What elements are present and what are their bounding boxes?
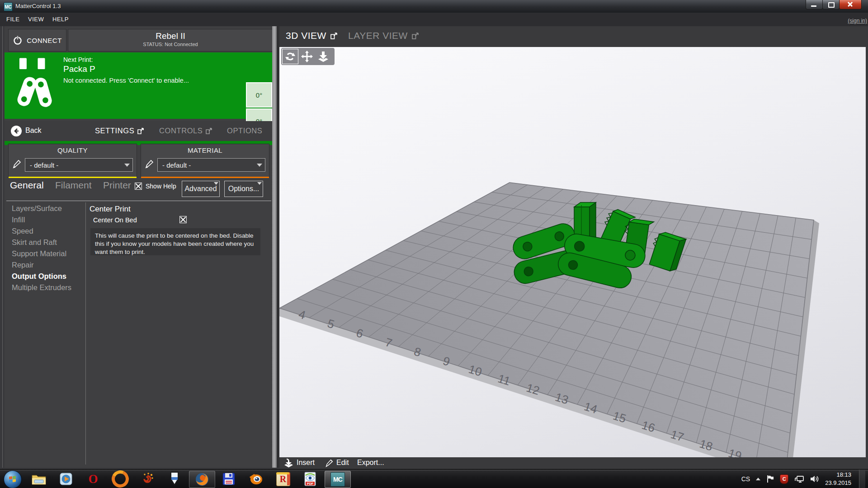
- volume-icon[interactable]: [810, 475, 819, 483]
- chevron-down-icon: [124, 164, 130, 167]
- sidebar-item-skirt-raft[interactable]: Skirt and Raft: [12, 238, 84, 249]
- repetier-cube-icon: R: [276, 472, 290, 486]
- floppy-disk-icon: [222, 472, 236, 486]
- tab-general[interactable]: General: [10, 180, 44, 191]
- edit-pencil-icon[interactable]: [12, 159, 21, 169]
- connect-button[interactable]: CONNECT: [8, 29, 66, 52]
- category-divider: [85, 202, 86, 465]
- checkbox-checked-icon: [179, 216, 187, 223]
- tabs-separator: [6, 201, 271, 201]
- hidden-icons-button[interactable]: [756, 478, 760, 480]
- system-tray: CS C 18:13 23.9.2015: [741, 469, 868, 488]
- view-3d-panel: 3D VIEW LAYER VIEW: [279, 26, 866, 469]
- maximize-button[interactable]: [822, 0, 840, 9]
- next-print-name: Packa P: [63, 64, 95, 74]
- sidebar-item-layers-surface[interactable]: Layers/Surface: [12, 204, 84, 216]
- taskbar-app-media-player[interactable]: [53, 471, 79, 487]
- tab-options[interactable]: OPTIONS: [227, 127, 262, 135]
- panel-splitter[interactable]: [272, 26, 277, 468]
- window-title: MatterControl 1.3: [15, 3, 61, 9]
- checkbox-checked-icon: [135, 183, 142, 190]
- sidebar-item-infill[interactable]: Infill: [12, 216, 84, 227]
- tab-layer-view[interactable]: LAYER VIEW: [348, 30, 419, 41]
- center-on-bed-checkbox[interactable]: [179, 216, 187, 225]
- show-help-checkbox[interactable]: [135, 183, 142, 192]
- menu-view[interactable]: VIEW: [28, 16, 44, 23]
- menu-file[interactable]: FILE: [6, 16, 19, 23]
- printer-panel: CONNECT Rebel II STATUS: Not Connected: [5, 26, 272, 468]
- edit-pencil-icon[interactable]: [145, 159, 154, 169]
- extruder-temp-indicator[interactable]: 0°: [246, 82, 272, 108]
- taskbar-app-ring[interactable]: [108, 471, 133, 487]
- taskbar-app-image-viewer[interactable]: [135, 471, 160, 487]
- material-preset: MATERIAL - default -: [141, 144, 269, 177]
- clock[interactable]: 18:13 23.9.2015: [825, 471, 851, 487]
- insert-button[interactable]: Insert: [297, 459, 315, 467]
- scene-3d[interactable]: 4567891011121314151617181920: [279, 47, 866, 457]
- external-link-icon: [412, 33, 419, 39]
- close-button[interactable]: [839, 0, 862, 9]
- taskbar-app-firefox[interactable]: [189, 471, 215, 488]
- printer-selector[interactable]: Rebel II STATUS: Not Connected: [68, 29, 273, 52]
- mattercontrol-icon: MC: [330, 472, 345, 487]
- minimize-button[interactable]: [806, 0, 823, 9]
- tab-settings[interactable]: SETTINGS: [95, 127, 144, 135]
- scale-tool-button[interactable]: [316, 49, 331, 64]
- material-dropdown[interactable]: - default -: [157, 158, 265, 172]
- move-tool-button[interactable]: [299, 49, 315, 64]
- sidebar-item-multiple-extruders[interactable]: Multiple Extruders: [12, 283, 84, 295]
- tab-3d-view[interactable]: 3D VIEW: [286, 30, 338, 41]
- export-button[interactable]: Export...: [357, 459, 384, 467]
- setting-group-title: Center Print: [90, 205, 131, 214]
- sidebar-item-repair[interactable]: Repair: [12, 261, 84, 272]
- title-bar: MC MatterControl 1.3: [0, 0, 868, 13]
- sidebar-item-output-options[interactable]: Output Options: [12, 272, 84, 283]
- start-button[interactable]: [4, 470, 22, 488]
- taskbar-app-floppy[interactable]: [216, 471, 241, 487]
- next-print-panel: Next Print: Packa P Not connected. Press…: [5, 52, 272, 119]
- taskbar-app-blender[interactable]: [243, 471, 269, 487]
- dropdown-corner-icon: [214, 182, 218, 185]
- insert-icon[interactable]: [284, 458, 296, 468]
- antivirus-shield-icon[interactable]: C: [780, 474, 788, 484]
- show-desktop-button[interactable]: [859, 469, 865, 488]
- back-button[interactable]: [11, 126, 22, 136]
- taskbar-app-mattercontrol[interactable]: MC: [325, 471, 351, 488]
- firefox-icon: [195, 472, 209, 487]
- edit-button[interactable]: Edit: [336, 459, 349, 467]
- show-help-label[interactable]: Show Help: [146, 183, 176, 190]
- external-link-icon: [137, 128, 144, 134]
- part-thumbnail-icon: [13, 56, 56, 110]
- taskbar-app-pdf-viewer[interactable]: PDF: [297, 471, 323, 487]
- network-icon[interactable]: [794, 475, 804, 483]
- window-border-left: [2, 26, 3, 468]
- options-button[interactable]: Options...: [224, 181, 263, 197]
- taskbar-app-repetier[interactable]: R: [270, 471, 296, 487]
- advanced-button[interactable]: Advanced: [182, 181, 220, 197]
- sidebar-item-support[interactable]: Support Material: [12, 249, 84, 261]
- quality-preset: QUALITY - default -: [8, 144, 137, 177]
- dropdown-corner-icon: [257, 182, 262, 185]
- rotate-icon: [285, 51, 296, 62]
- menu-help[interactable]: HELP: [52, 16, 69, 23]
- sign-in-link[interactable]: (sign in): [848, 18, 867, 24]
- taskbar-app-windows-explorer[interactable]: [26, 471, 52, 487]
- connection-message: Not connected. Press 'Connect' to enable…: [63, 77, 189, 84]
- external-link-icon: [206, 128, 212, 134]
- taskbar-app-opera[interactable]: O: [80, 471, 106, 487]
- tab-filament[interactable]: Filament: [55, 180, 92, 191]
- rotate-tool-button[interactable]: [282, 49, 298, 64]
- action-center-flag-icon[interactable]: [766, 475, 774, 483]
- edit-pencil-icon[interactable]: [325, 459, 334, 468]
- sidebar-item-speed[interactable]: Speed: [12, 227, 84, 238]
- language-indicator[interactable]: CS: [741, 475, 750, 483]
- tab-controls[interactable]: CONTROLS: [159, 127, 212, 135]
- quality-dropdown[interactable]: - default -: [25, 158, 133, 172]
- panel-nav-bar: Back SETTINGS CONTROLS OPTIONS: [5, 121, 272, 141]
- minimize-icon: [811, 5, 816, 7]
- back-label[interactable]: Back: [25, 127, 42, 135]
- tab-printer[interactable]: Printer: [103, 180, 131, 191]
- taskbar-app-pin[interactable]: [162, 471, 187, 487]
- move-icon: [301, 51, 313, 62]
- menu-bar: FILE VIEW HELP (sign in): [0, 13, 868, 27]
